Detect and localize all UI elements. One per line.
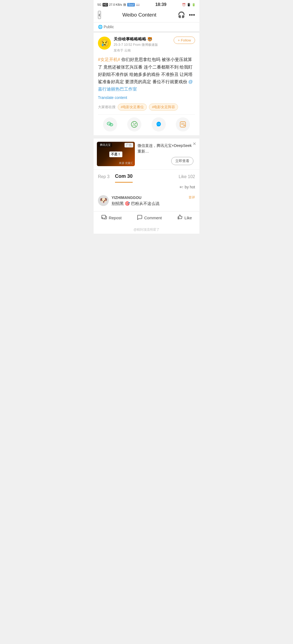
- ad-close-button[interactable]: ✕: [193, 141, 196, 146]
- svg-point-8: [159, 124, 160, 125]
- comment-item: 🐶 YIZHIMANGGOU 首评 别招黑 🎯 巴粉从不这么说: [98, 191, 195, 207]
- nav-bar: ‹ Weibo Content 🎧 •••: [94, 8, 199, 22]
- svg-point-4: [110, 124, 111, 125]
- status-bar: 5G HD 27.0 KB/s 微 Soul 📖 18:39 ⏰ 📳 🔋: [94, 0, 199, 8]
- speed-text: 27.0 KB/s: [109, 3, 122, 6]
- public-label: 🌐 Public: [98, 25, 114, 29]
- ad-section: ✕ 腾讯元宝 广告 不是！ 来源 优量汇 微信直连，腾讯元宝×DeepSeek重…: [94, 137, 199, 169]
- like-icon: [177, 214, 183, 221]
- ad-brand-badge: 腾讯元宝: [98, 143, 112, 147]
- comment-button[interactable]: Comment: [136, 214, 162, 221]
- more-icon[interactable]: •••: [189, 11, 195, 18]
- svg-point-1: [108, 123, 109, 124]
- follow-button[interactable]: + Follow: [174, 37, 195, 44]
- page-title: Weibo Content: [122, 12, 156, 18]
- post-card: 😢 关你啥事略略略略 🐯 25-3-7 10:52 From 微博极速版 发布于…: [94, 33, 199, 135]
- sort-icon: ≡↑: [180, 185, 184, 189]
- like-tab[interactable]: Like 102: [179, 174, 195, 182]
- sort-row[interactable]: ≡↑ by hot: [94, 183, 199, 191]
- time-display: 18:39: [155, 2, 166, 7]
- share-row: [98, 114, 195, 135]
- battery-icon: 🔋: [192, 3, 196, 7]
- repost-icon: [101, 214, 107, 221]
- search-tag-0[interactable]: #电影女足番位: [118, 104, 147, 111]
- like-label: Like: [184, 215, 192, 220]
- signal-icon: 5G: [97, 3, 101, 6]
- share-pinwheel-button[interactable]: [127, 117, 141, 131]
- comment-body: YIZHIMANGGOU 首评 别招黑 🎯 巴粉从不这么说: [112, 195, 195, 207]
- status-right: ⏰ 📳 🔋: [182, 3, 196, 7]
- comment-label: Comment: [144, 215, 162, 220]
- ad-title: 微信直连，腾讯元宝×DeepSeek重新…: [138, 143, 193, 154]
- weibo-icon: 微: [123, 3, 126, 7]
- com-tab[interactable]: Com 30: [115, 173, 133, 183]
- ad-thumb-text: 不是！: [109, 152, 122, 157]
- alarm-icon: ⏰: [182, 3, 186, 7]
- nav-icons: 🎧 •••: [178, 11, 195, 18]
- like-label: Like: [179, 174, 186, 179]
- com-label: Com: [115, 173, 126, 179]
- author-location: 发布于 云南: [114, 48, 158, 53]
- like-button[interactable]: Like: [177, 214, 192, 221]
- hashtag-female-soccer[interactable]: #女足开机#: [98, 57, 120, 62]
- hd-icon: HD: [103, 3, 108, 7]
- share-save-button[interactable]: [176, 117, 190, 131]
- author-row: 😢 关你啥事略略略略 🐯 25-3-7 10:52 From 微博极速版 发布于…: [98, 37, 158, 53]
- post-content: #女足开机# 你们好意思拿红包吗 被张小斐压就算了 竟然还被张艺兴压番 连个二番…: [98, 56, 195, 93]
- listen-icon[interactable]: 🎧: [178, 11, 185, 18]
- avatar[interactable]: 😢: [98, 37, 111, 50]
- commenter-avatar: 🐶: [98, 195, 109, 206]
- repost-button[interactable]: Repost: [101, 214, 122, 221]
- ad-source: 来源 优量汇: [119, 161, 133, 165]
- ad-content: 微信直连，腾讯元宝×DeepSeek重新… 立即查看: [135, 142, 196, 166]
- sort-label: by hot: [185, 185, 195, 189]
- stats-row: Rep 3 Com 30 Like 102: [94, 169, 199, 183]
- post-header: 😢 关你啥事略略略略 🐯 25-3-7 10:52 From 微博极速版 发布于…: [98, 37, 195, 53]
- share-qq-button[interactable]: [152, 117, 166, 131]
- translate-link[interactable]: Translate content: [98, 95, 195, 100]
- comment-icon: [136, 214, 142, 221]
- status-left: 5G HD 27.0 KB/s 微 Soul 📖: [97, 3, 140, 7]
- book-icon: 📖: [136, 3, 140, 7]
- first-comment-badge: 首评: [189, 195, 195, 200]
- author-meta: 25-3-7 10:52 From 微博极速版: [114, 42, 158, 47]
- public-bar: 🌐 Public: [94, 22, 199, 33]
- comment-text: 别招黑 🎯 巴粉从不这么说: [112, 201, 195, 207]
- author-emoji: 🐯: [147, 37, 152, 42]
- comment-section: 🐶 YIZHIMANGGOU 首评 别招黑 🎯 巴粉从不这么说: [94, 191, 199, 211]
- commenter-name: YIZHIMANGGOU 首评: [112, 195, 195, 200]
- ad-action-button[interactable]: 立即查看: [171, 157, 193, 165]
- soul-icon: Soul: [127, 3, 135, 7]
- ad-label: 广告: [125, 143, 133, 147]
- bottom-hint-text: @精到顶流明星了: [133, 228, 160, 231]
- search-label: 大家都在搜: [98, 105, 116, 110]
- back-button[interactable]: ‹: [98, 11, 101, 19]
- search-tags-row: 大家都在搜 #电影女足番位 #电影女足阵容: [98, 104, 195, 111]
- author-info: 关你啥事略略略略 🐯 25-3-7 10:52 From 微博极速版 发布于 云…: [114, 37, 158, 53]
- rep-tab[interactable]: Rep 3: [98, 174, 110, 182]
- svg-point-5: [111, 124, 112, 125]
- share-wechat-button[interactable]: [103, 117, 117, 131]
- vibrate-icon: 📳: [187, 3, 191, 7]
- search-tag-1[interactable]: #电影女足阵容: [149, 104, 178, 111]
- svg-point-7: [158, 124, 158, 125]
- rep-label: Rep: [98, 174, 106, 179]
- repost-label: Repost: [109, 215, 122, 220]
- bottom-action-bar: Repost Comment Like: [94, 211, 199, 226]
- bottom-hint: @精到顶流明星了: [94, 226, 199, 234]
- ad-thumbnail: 腾讯元宝 广告 不是！ 来源 优量汇: [97, 142, 135, 166]
- author-name[interactable]: 关你啥事略略略略 🐯: [114, 37, 158, 42]
